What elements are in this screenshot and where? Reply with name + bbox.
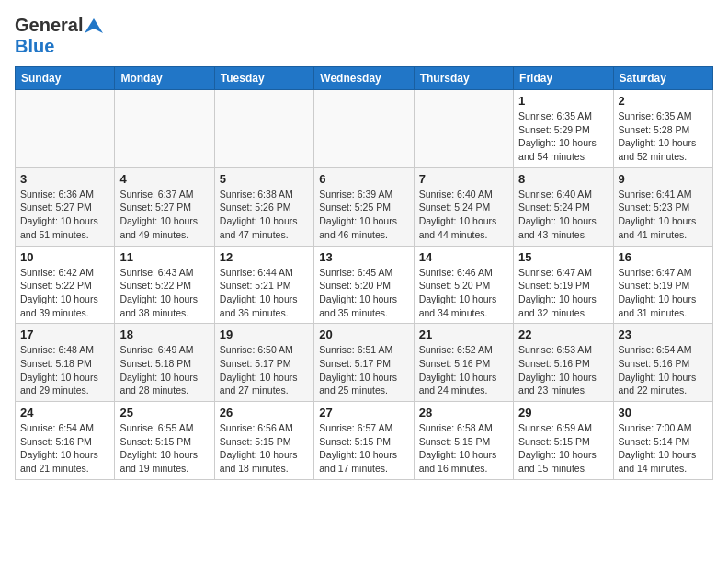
calendar-day-cell <box>16 90 115 168</box>
day-info-text: Sunrise: 6:35 AM Sunset: 5:28 PM Dayligh… <box>619 109 708 164</box>
calendar-day-cell: 23Sunrise: 6:54 AM Sunset: 5:16 PM Dayli… <box>613 324 712 402</box>
day-info-text: Sunrise: 6:41 AM Sunset: 5:23 PM Dayligh… <box>619 188 708 242</box>
day-info-text: Sunrise: 6:46 AM Sunset: 5:20 PM Dayligh… <box>419 266 508 320</box>
calendar-week-row: 24Sunrise: 6:54 AM Sunset: 5:16 PM Dayli… <box>16 402 713 480</box>
day-number: 4 <box>119 172 209 186</box>
calendar-day-cell: 29Sunrise: 6:59 AM Sunset: 5:15 PM Dayli… <box>514 402 613 480</box>
day-info-text: Sunrise: 6:51 AM Sunset: 5:17 PM Dayligh… <box>319 343 408 397</box>
day-info-text: Sunrise: 6:55 AM Sunset: 5:15 PM Dayligh… <box>119 421 209 476</box>
day-number: 17 <box>20 327 109 341</box>
calendar-day-cell: 13Sunrise: 6:45 AM Sunset: 5:20 PM Dayli… <box>314 246 414 324</box>
calendar-day-cell: 6Sunrise: 6:39 AM Sunset: 5:25 PM Daylig… <box>314 167 414 246</box>
day-info-text: Sunrise: 6:40 AM Sunset: 5:24 PM Dayligh… <box>419 188 508 242</box>
day-info-text: Sunrise: 6:58 AM Sunset: 5:15 PM Dayligh… <box>419 421 508 476</box>
calendar-day-cell: 27Sunrise: 6:57 AM Sunset: 5:15 PM Dayli… <box>314 402 414 480</box>
calendar-day-cell <box>214 90 313 168</box>
day-info-text: Sunrise: 6:54 AM Sunset: 5:16 PM Dayligh… <box>619 343 708 397</box>
calendar-day-cell: 24Sunrise: 6:54 AM Sunset: 5:16 PM Dayli… <box>16 402 115 480</box>
day-number: 3 <box>20 172 109 186</box>
day-header-friday: Friday <box>514 67 613 90</box>
day-number: 13 <box>319 250 408 264</box>
logo-general-text: General <box>15 15 83 36</box>
calendar-day-cell <box>115 90 214 168</box>
calendar-day-cell: 5Sunrise: 6:38 AM Sunset: 5:26 PM Daylig… <box>214 167 313 246</box>
calendar-day-cell: 18Sunrise: 6:49 AM Sunset: 5:18 PM Dayli… <box>115 324 214 402</box>
calendar-day-cell: 7Sunrise: 6:40 AM Sunset: 5:24 PM Daylig… <box>414 167 513 246</box>
day-info-text: Sunrise: 6:50 AM Sunset: 5:17 PM Dayligh… <box>220 343 309 397</box>
day-number: 29 <box>518 406 608 419</box>
day-number: 16 <box>619 250 708 264</box>
day-info-text: Sunrise: 6:39 AM Sunset: 5:25 PM Dayligh… <box>319 188 408 242</box>
calendar-day-cell: 21Sunrise: 6:52 AM Sunset: 5:16 PM Dayli… <box>414 324 513 402</box>
day-info-text: Sunrise: 6:47 AM Sunset: 5:19 PM Dayligh… <box>518 266 608 320</box>
day-number: 8 <box>518 172 608 186</box>
day-number: 15 <box>518 250 608 264</box>
day-number: 24 <box>20 406 109 419</box>
day-info-text: Sunrise: 6:47 AM Sunset: 5:19 PM Dayligh… <box>619 266 708 320</box>
day-header-monday: Monday <box>115 67 214 90</box>
day-info-text: Sunrise: 6:53 AM Sunset: 5:16 PM Dayligh… <box>518 343 608 397</box>
day-number: 19 <box>220 327 309 341</box>
calendar-week-row: 10Sunrise: 6:42 AM Sunset: 5:22 PM Dayli… <box>16 246 713 324</box>
calendar-day-cell <box>414 90 513 168</box>
calendar-day-cell: 3Sunrise: 6:36 AM Sunset: 5:27 PM Daylig… <box>16 167 115 246</box>
calendar-day-cell: 20Sunrise: 6:51 AM Sunset: 5:17 PM Dayli… <box>314 324 414 402</box>
logo: General Blue <box>15 15 103 57</box>
calendar-day-cell: 14Sunrise: 6:46 AM Sunset: 5:20 PM Dayli… <box>414 246 513 324</box>
calendar-table: SundayMondayTuesdayWednesdayThursdayFrid… <box>15 66 713 480</box>
calendar-week-row: 3Sunrise: 6:36 AM Sunset: 5:27 PM Daylig… <box>16 167 713 246</box>
day-info-text: Sunrise: 6:40 AM Sunset: 5:24 PM Dayligh… <box>518 188 608 242</box>
day-info-text: Sunrise: 6:42 AM Sunset: 5:22 PM Dayligh… <box>20 266 109 320</box>
day-info-text: Sunrise: 7:00 AM Sunset: 5:14 PM Dayligh… <box>619 421 708 476</box>
calendar-day-cell: 25Sunrise: 6:55 AM Sunset: 5:15 PM Dayli… <box>115 402 214 480</box>
day-number: 5 <box>220 172 309 186</box>
calendar-day-cell: 19Sunrise: 6:50 AM Sunset: 5:17 PM Dayli… <box>214 324 313 402</box>
calendar-day-cell <box>314 90 414 168</box>
calendar-day-cell: 4Sunrise: 6:37 AM Sunset: 5:27 PM Daylig… <box>115 167 214 246</box>
day-number: 20 <box>319 327 408 341</box>
day-info-text: Sunrise: 6:37 AM Sunset: 5:27 PM Dayligh… <box>119 188 209 242</box>
calendar-day-cell: 17Sunrise: 6:48 AM Sunset: 5:18 PM Dayli… <box>16 324 115 402</box>
calendar-day-cell: 9Sunrise: 6:41 AM Sunset: 5:23 PM Daylig… <box>613 167 712 246</box>
day-info-text: Sunrise: 6:57 AM Sunset: 5:15 PM Dayligh… <box>319 421 408 476</box>
day-header-thursday: Thursday <box>414 67 513 90</box>
day-number: 28 <box>419 406 508 419</box>
day-number: 18 <box>119 327 209 341</box>
calendar-week-row: 17Sunrise: 6:48 AM Sunset: 5:18 PM Dayli… <box>16 324 713 402</box>
day-header-sunday: Sunday <box>16 67 115 90</box>
calendar-week-row: 1Sunrise: 6:35 AM Sunset: 5:29 PM Daylig… <box>16 90 713 168</box>
day-info-text: Sunrise: 6:44 AM Sunset: 5:21 PM Dayligh… <box>220 266 309 320</box>
day-header-wednesday: Wednesday <box>314 67 414 90</box>
calendar-day-cell: 8Sunrise: 6:40 AM Sunset: 5:24 PM Daylig… <box>514 167 613 246</box>
day-number: 2 <box>619 94 708 108</box>
day-info-text: Sunrise: 6:59 AM Sunset: 5:15 PM Dayligh… <box>518 421 608 476</box>
calendar-day-cell: 2Sunrise: 6:35 AM Sunset: 5:28 PM Daylig… <box>613 90 712 168</box>
day-header-saturday: Saturday <box>613 67 712 90</box>
calendar-header-row: SundayMondayTuesdayWednesdayThursdayFrid… <box>16 67 713 90</box>
day-number: 21 <box>419 327 508 341</box>
calendar-day-cell: 26Sunrise: 6:56 AM Sunset: 5:15 PM Dayli… <box>214 402 313 480</box>
day-number: 9 <box>619 172 708 186</box>
logo-blue-text: Blue <box>15 36 54 56</box>
day-info-text: Sunrise: 6:45 AM Sunset: 5:20 PM Dayligh… <box>319 266 408 320</box>
calendar-day-cell: 30Sunrise: 7:00 AM Sunset: 5:14 PM Dayli… <box>613 402 712 480</box>
day-info-text: Sunrise: 6:35 AM Sunset: 5:29 PM Dayligh… <box>518 109 608 164</box>
day-number: 26 <box>220 406 309 419</box>
day-number: 30 <box>619 406 708 419</box>
calendar-day-cell: 15Sunrise: 6:47 AM Sunset: 5:19 PM Dayli… <box>514 246 613 324</box>
day-info-text: Sunrise: 6:54 AM Sunset: 5:16 PM Dayligh… <box>20 421 109 476</box>
calendar-day-cell: 28Sunrise: 6:58 AM Sunset: 5:15 PM Dayli… <box>414 402 513 480</box>
calendar-day-cell: 1Sunrise: 6:35 AM Sunset: 5:29 PM Daylig… <box>514 90 613 168</box>
calendar-day-cell: 10Sunrise: 6:42 AM Sunset: 5:22 PM Dayli… <box>16 246 115 324</box>
logo-bird-icon <box>85 17 103 35</box>
day-number: 12 <box>220 250 309 264</box>
calendar-day-cell: 16Sunrise: 6:47 AM Sunset: 5:19 PM Dayli… <box>613 246 712 324</box>
day-header-tuesday: Tuesday <box>214 67 313 90</box>
day-info-text: Sunrise: 6:36 AM Sunset: 5:27 PM Dayligh… <box>20 188 109 242</box>
day-number: 6 <box>319 172 408 186</box>
page-header: General Blue <box>15 15 713 57</box>
day-number: 27 <box>319 406 408 419</box>
day-info-text: Sunrise: 6:56 AM Sunset: 5:15 PM Dayligh… <box>220 421 309 476</box>
day-info-text: Sunrise: 6:49 AM Sunset: 5:18 PM Dayligh… <box>119 343 209 397</box>
day-info-text: Sunrise: 6:43 AM Sunset: 5:22 PM Dayligh… <box>119 266 209 320</box>
